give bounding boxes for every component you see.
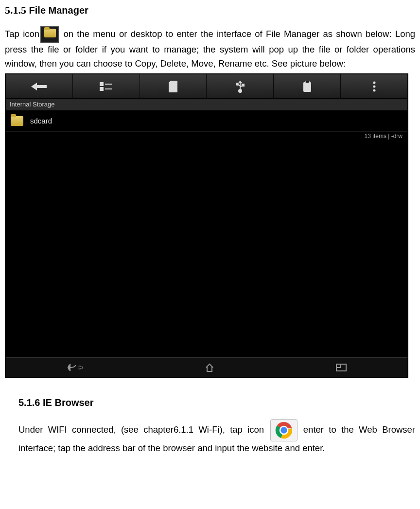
system-navbar: ➪ bbox=[6, 357, 407, 377]
svg-rect-2 bbox=[100, 88, 103, 90]
multi-select-button[interactable] bbox=[73, 74, 140, 98]
section-number-2: 5.1.6 bbox=[18, 397, 40, 408]
nav-recent-button[interactable] bbox=[336, 364, 347, 371]
svg-rect-0 bbox=[100, 83, 103, 86]
folder-name: sdcard bbox=[30, 117, 52, 125]
back-button[interactable] bbox=[6, 74, 73, 98]
paragraph-ie-browser: Under WIFI connected, (see chapter6.1.1 … bbox=[18, 419, 415, 456]
folder-meta-text: 13 items | -drw bbox=[365, 133, 402, 140]
text-after-icon: on the menu or desktop to enter the inte… bbox=[5, 29, 415, 69]
svg-rect-9 bbox=[305, 81, 309, 83]
section-number: 5.1.5 bbox=[5, 4, 26, 16]
folder-icon bbox=[11, 116, 23, 126]
svg-point-10 bbox=[373, 81, 375, 84]
usb-button[interactable] bbox=[207, 74, 274, 98]
svg-point-11 bbox=[373, 85, 375, 88]
menu-button[interactable] bbox=[341, 74, 407, 98]
paragraph-file-manager: Tap icon on the menu or desktop to enter… bbox=[5, 26, 415, 70]
file-manager-icon bbox=[40, 26, 59, 43]
paste-button[interactable] bbox=[274, 74, 341, 98]
storage-label: Internal Storage bbox=[10, 101, 55, 108]
section-title-2: IE Browser bbox=[43, 397, 93, 408]
svg-rect-7 bbox=[242, 84, 244, 86]
section-heading-file-manager: 5.1.5 File Manager bbox=[5, 4, 415, 17]
fm-toolbar bbox=[6, 74, 407, 99]
folder-row[interactable]: sdcard bbox=[6, 110, 407, 132]
sdcard-button[interactable] bbox=[140, 74, 207, 98]
file-manager-screenshot: Internal Storage sdcard 13 items | -drw … bbox=[5, 73, 408, 378]
svg-point-4 bbox=[239, 89, 242, 92]
text-before-chrome-icon: Under WIFI connected, (see chapter6.1.1 … bbox=[18, 424, 269, 435]
svg-rect-8 bbox=[303, 82, 311, 92]
fm-empty-area bbox=[6, 141, 407, 357]
text-before-icon: Tap icon bbox=[5, 29, 39, 39]
chrome-icon bbox=[270, 419, 298, 441]
folder-meta: 13 items | -drw bbox=[6, 132, 407, 141]
section-title: File Manager bbox=[29, 5, 88, 16]
svg-point-6 bbox=[236, 83, 238, 85]
section-heading-ie-browser: 5.1.6 IE Browser bbox=[18, 397, 415, 408]
svg-point-12 bbox=[373, 89, 375, 91]
nav-back-button[interactable]: ➪ bbox=[67, 363, 84, 372]
nav-home-button[interactable] bbox=[205, 363, 214, 372]
svg-rect-14 bbox=[336, 364, 341, 368]
storage-header: Internal Storage bbox=[6, 99, 407, 110]
